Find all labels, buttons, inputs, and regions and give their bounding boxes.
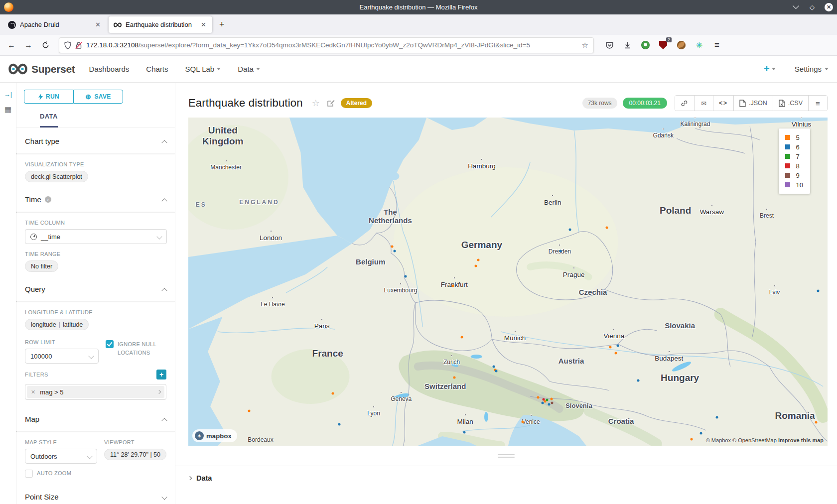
datasource-grid-icon[interactable]: ▦ [4, 105, 11, 114]
scatter-point[interactable] [548, 403, 550, 405]
url-bar[interactable]: 172.18.0.3:32108/superset/explore/?form_… [59, 37, 594, 53]
mapbox-logo[interactable]: ✶ mapbox [192, 429, 237, 442]
window-maximize-icon[interactable]: ◇ [808, 3, 816, 11]
scatter-point[interactable] [606, 226, 608, 229]
section-header[interactable]: Chart type [25, 137, 166, 151]
expand-datasource-icon[interactable]: →| [4, 91, 12, 98]
scatter-point[interactable] [495, 370, 498, 372]
scatter-point[interactable] [690, 438, 693, 440]
scatter-point[interactable] [546, 398, 548, 401]
ignore-null-checkbox[interactable] [106, 340, 114, 348]
scatter-point[interactable] [609, 346, 611, 348]
run-button[interactable]: RUN [24, 90, 73, 104]
scatter-point[interactable] [568, 228, 571, 231]
viz-type-pill[interactable]: deck.gl Scatterplot [25, 171, 88, 182]
menu-icon[interactable]: ≡ [710, 39, 723, 52]
tab-close-icon[interactable]: ✕ [200, 21, 207, 28]
scatter-point[interactable] [559, 250, 561, 252]
data-results-panel[interactable]: Data [175, 466, 837, 482]
time-column-select[interactable]: __time [25, 229, 167, 244]
section-header[interactable]: Point Size [25, 493, 166, 504]
scatter-point[interactable] [391, 245, 394, 248]
time-range-pill[interactable]: No filter [25, 260, 58, 272]
cookie-extension-icon[interactable] [675, 39, 688, 52]
scatter-point[interactable] [551, 401, 554, 404]
data-tab[interactable]: DATA [16, 112, 175, 128]
nav-item-dashboards[interactable]: Dashboards [89, 65, 129, 73]
back-button[interactable]: ← [4, 38, 19, 53]
scatter-point[interactable] [543, 398, 545, 401]
favorite-star-icon[interactable]: ☆ [312, 98, 320, 109]
section-header[interactable]: Query [25, 285, 166, 299]
scatter-point[interactable] [537, 396, 539, 399]
new-tab-button[interactable]: + [214, 19, 230, 30]
altered-badge[interactable]: Altered [341, 98, 372, 108]
superset-logo[interactable]: Superset [8, 63, 75, 75]
tracking-shield-icon[interactable] [64, 41, 71, 49]
section-header[interactable]: Time i [25, 195, 166, 210]
scatter-point[interactable] [493, 366, 495, 368]
info-icon[interactable]: i [45, 196, 51, 203]
scatter-point[interactable] [338, 423, 340, 426]
url-text[interactable]: 172.18.0.3:32108/superset/explore/?form_… [86, 41, 578, 49]
deckgl-map[interactable]: United KingdomManchesterENGLANDESLondonL… [188, 118, 828, 446]
improve-map-link[interactable]: Improve this map [778, 437, 824, 443]
forward-button[interactable]: → [21, 38, 36, 53]
edit-properties-icon[interactable] [327, 99, 335, 107]
scatter-point[interactable] [522, 420, 524, 423]
reload-button[interactable] [38, 38, 53, 53]
bookmark-star-icon[interactable]: ☆ [582, 41, 588, 50]
chart-menu-button[interactable]: ≡ [808, 96, 827, 111]
scatter-point[interactable] [461, 336, 463, 338]
add-filter-button[interactable]: + [156, 370, 166, 379]
view-query-button[interactable]: <> [713, 96, 733, 111]
scatter-point[interactable] [248, 410, 250, 412]
ublock-icon[interactable]: 2 [657, 39, 670, 52]
scatter-point[interactable] [815, 421, 817, 424]
nav-item-sql-lab[interactable]: SQL Lab [185, 65, 221, 73]
sparkle-extension-icon[interactable]: ✳ [693, 39, 705, 52]
filter-item[interactable]: ✕ mag > 5 [25, 384, 166, 400]
export-json-button[interactable]: .JSON [733, 96, 773, 111]
scatter-point[interactable] [477, 259, 480, 261]
tab-earthquake-distribution[interactable]: Earthquake distribution ✕ [109, 16, 212, 33]
scatter-point[interactable] [453, 376, 455, 378]
scatter-point[interactable] [394, 250, 396, 252]
scatter-point[interactable] [541, 401, 544, 404]
downloads-icon[interactable] [621, 39, 634, 52]
export-csv-button[interactable]: .CSV [773, 96, 808, 111]
scatter-point[interactable] [331, 392, 334, 395]
privacy-badger-icon[interactable] [639, 39, 652, 52]
scatter-point[interactable] [405, 275, 407, 277]
scatter-point[interactable] [617, 345, 619, 347]
section-header[interactable]: Map [25, 415, 166, 429]
auto-zoom-checkbox[interactable] [25, 470, 33, 478]
scatter-point[interactable] [699, 432, 702, 434]
map-style-select[interactable]: Outdoors [25, 449, 97, 464]
new-item-button[interactable]: + [764, 63, 776, 75]
scatter-point[interactable] [463, 431, 466, 433]
scatter-point[interactable] [550, 397, 553, 400]
row-limit-select[interactable]: 100000 [25, 349, 99, 364]
pocket-icon[interactable] [603, 39, 616, 52]
lonlat-pill[interactable]: longitude|latitude [25, 319, 89, 330]
scatter-point[interactable] [716, 416, 718, 418]
remove-filter-icon[interactable]: ✕ [31, 389, 35, 395]
copy-link-button[interactable] [675, 96, 694, 111]
nav-item-charts[interactable]: Charts [146, 65, 168, 73]
viewport-pill[interactable]: 11° 28' 29.70" | 50... [104, 449, 166, 460]
save-button[interactable]: ⊕ SAVE [73, 90, 123, 104]
panel-resize-grip[interactable] [175, 446, 837, 466]
window-close-icon[interactable]: ✕ [825, 3, 833, 11]
scatter-point[interactable] [817, 289, 819, 292]
scatter-point[interactable] [637, 379, 640, 381]
insecure-lock-icon[interactable] [75, 41, 82, 49]
scatter-point[interactable] [452, 285, 454, 287]
scatter-point[interactable] [615, 352, 617, 355]
scatter-point[interactable] [475, 264, 477, 267]
window-minimize-icon[interactable] [792, 3, 800, 11]
tab-apache-druid[interactable]: Apache Druid ✕ [3, 16, 107, 33]
settings-menu[interactable]: Settings [795, 65, 829, 73]
tab-close-icon[interactable]: ✕ [94, 21, 102, 28]
map-attribution[interactable]: © Mapbox © OpenStreetMap Improve this ma… [706, 437, 824, 443]
